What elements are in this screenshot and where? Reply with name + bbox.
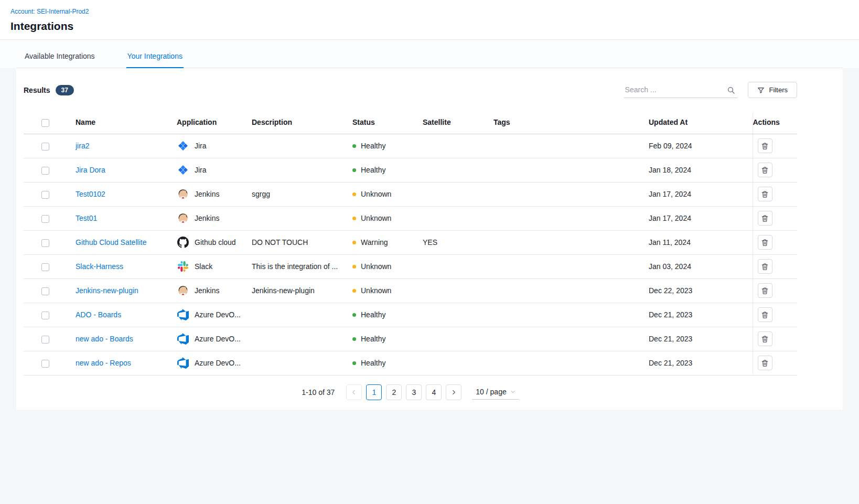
status-label: Healthy xyxy=(361,359,385,367)
trash-icon xyxy=(761,142,769,150)
column-header-name: Name xyxy=(76,112,177,134)
row-checkbox[interactable] xyxy=(41,360,49,368)
status-dot xyxy=(352,144,356,148)
account-breadcrumb[interactable]: Account: SEI-Internal-Prod2 xyxy=(10,8,89,15)
column-header-application: Application xyxy=(177,112,252,134)
filter-icon xyxy=(757,87,765,94)
integration-name-link[interactable]: Github Cloud Satellite xyxy=(76,238,146,246)
delete-button[interactable] xyxy=(758,356,772,370)
row-checkbox[interactable] xyxy=(41,336,49,344)
table-row: jira2 Jira Healthy Feb 09, 2024 xyxy=(24,134,797,158)
filters-label: Filters xyxy=(769,86,788,94)
updated-at-cell: Jan 17, 2024 xyxy=(649,206,753,230)
tags-cell xyxy=(493,134,649,158)
status-dot xyxy=(352,337,356,341)
table-row: new ado - Boards Azure DevO... Healthy D… xyxy=(24,327,797,351)
delete-button[interactable] xyxy=(758,307,772,322)
integration-name-link[interactable]: new ado - Repos xyxy=(76,359,131,367)
row-checkbox[interactable] xyxy=(41,215,49,223)
status-dot xyxy=(352,192,356,196)
status-label: Healthy xyxy=(361,166,385,174)
integrations-page: Account: SEI-Internal-Prod2 Integrations… xyxy=(0,0,859,504)
page-button-1[interactable]: 1 xyxy=(366,384,382,400)
row-checkbox[interactable] xyxy=(41,143,49,151)
application-label: Jenkins xyxy=(195,214,219,222)
delete-button[interactable] xyxy=(758,283,772,298)
page-button-4[interactable]: 4 xyxy=(426,384,442,400)
table-head-row: NameApplicationDescriptionStatusSatellit… xyxy=(24,112,797,134)
delete-button[interactable] xyxy=(758,187,772,201)
azure-devops-icon xyxy=(177,357,189,369)
tags-cell xyxy=(493,254,649,278)
page-size-select[interactable]: 10 / page xyxy=(472,385,519,400)
row-checkbox[interactable] xyxy=(41,239,49,247)
satellite-cell xyxy=(423,134,493,158)
tab-available-integrations[interactable]: Available Integrations xyxy=(24,47,96,68)
column-header-status: Status xyxy=(352,112,423,134)
chevron-right-icon xyxy=(450,389,457,395)
next-page-button[interactable] xyxy=(446,384,461,400)
status-label: Healthy xyxy=(361,335,385,343)
results-count-badge: 37 xyxy=(56,85,74,95)
application-label: Github cloud xyxy=(195,238,236,246)
select-all-checkbox[interactable] xyxy=(41,119,49,127)
updated-at-cell: Jan 03, 2024 xyxy=(649,254,753,278)
azure-devops-icon xyxy=(177,309,189,320)
status-label: Healthy xyxy=(361,310,385,319)
delete-button[interactable] xyxy=(758,211,772,226)
updated-at-cell: Dec 21, 2023 xyxy=(649,327,753,351)
tags-cell xyxy=(493,230,649,254)
status-label: Unknown xyxy=(361,286,391,295)
table-row: Github Cloud Satellite Github cloud DO N… xyxy=(24,230,797,254)
integration-name-link[interactable]: Slack-Harness xyxy=(76,262,123,271)
table-row: Test0102 Jenkins sgrgg Unknown Jan 17, 2… xyxy=(24,182,797,206)
integration-name-link[interactable]: ADO - Boards xyxy=(76,310,121,319)
status-label: Warning xyxy=(361,238,388,246)
integration-name-link[interactable]: Jira Dora xyxy=(76,166,105,174)
updated-at-cell: Feb 09, 2024 xyxy=(649,134,753,158)
filters-button[interactable]: Filters xyxy=(748,82,797,98)
delete-button[interactable] xyxy=(758,259,772,274)
results-summary: Results 37 xyxy=(24,85,74,95)
status-dot xyxy=(352,265,356,269)
pagination-range: 1-10 of 37 xyxy=(302,388,335,396)
pagination: 1-10 of 37 1234 10 / page xyxy=(24,384,797,400)
integration-name-link[interactable]: Test0102 xyxy=(76,190,105,198)
updated-at-cell: Jan 17, 2024 xyxy=(649,182,753,206)
row-checkbox[interactable] xyxy=(41,167,49,175)
description-cell: Jenkins-new-plugin xyxy=(252,278,352,303)
tab-your-integrations[interactable]: Your Integrations xyxy=(126,47,184,68)
row-checkbox[interactable] xyxy=(41,312,49,319)
satellite-cell: YES xyxy=(423,230,493,254)
status-label: Unknown xyxy=(361,262,391,271)
trash-icon xyxy=(761,359,769,367)
integration-name-link[interactable]: jira2 xyxy=(76,142,89,150)
trash-icon xyxy=(761,335,769,343)
page-button-2[interactable]: 2 xyxy=(386,384,402,400)
delete-button[interactable] xyxy=(758,331,772,346)
description-cell xyxy=(252,206,352,230)
column-header-tags: Tags xyxy=(493,112,649,134)
integration-name-link[interactable]: new ado - Boards xyxy=(76,335,133,343)
row-checkbox[interactable] xyxy=(41,191,49,199)
satellite-cell xyxy=(423,206,493,230)
tab-bar: Available IntegrationsYour Integrations xyxy=(16,47,843,68)
delete-button[interactable] xyxy=(758,163,772,177)
prev-page-button[interactable] xyxy=(346,384,362,400)
trash-icon xyxy=(761,166,769,174)
search-input[interactable] xyxy=(624,82,737,98)
table-row: Slack-Harness Slack This is the integrat… xyxy=(24,254,797,278)
row-checkbox[interactable] xyxy=(41,287,49,295)
trash-icon xyxy=(761,311,769,319)
page-button-3[interactable]: 3 xyxy=(406,384,422,400)
slack-icon xyxy=(177,261,189,272)
description-cell xyxy=(252,303,352,327)
jenkins-icon xyxy=(177,212,189,224)
delete-button[interactable] xyxy=(758,235,772,250)
integration-name-link[interactable]: Jenkins-new-plugin xyxy=(76,286,138,295)
integration-name-link[interactable]: Test01 xyxy=(76,214,97,222)
row-checkbox[interactable] xyxy=(41,263,49,271)
updated-at-cell: Jan 11, 2024 xyxy=(649,230,753,254)
delete-button[interactable] xyxy=(758,138,772,153)
tags-cell xyxy=(493,206,649,230)
